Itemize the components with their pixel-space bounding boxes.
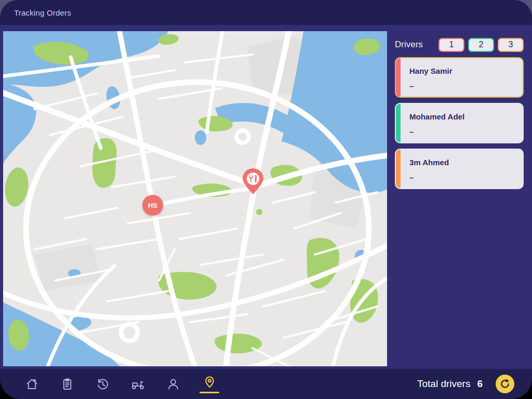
driver-status: – xyxy=(409,173,523,182)
refresh-button[interactable] xyxy=(496,375,514,393)
nav-tracking-button-active[interactable] xyxy=(198,372,221,396)
driver-filter-group: 1 2 3 xyxy=(438,38,524,52)
driver-name: Hany Samir xyxy=(409,66,523,75)
card-color-stripe xyxy=(396,58,401,97)
page-title: Tracking Orders xyxy=(14,8,71,17)
drivers-header-row: Drivers 1 2 3 xyxy=(395,37,524,52)
card-color-stripe xyxy=(396,104,401,142)
drivers-sidebar: Drivers 1 2 3 Hany Samir – Mohamed Adel … xyxy=(395,31,524,189)
total-drivers: Total drivers 6 xyxy=(417,369,483,399)
filter-button-1[interactable]: 1 xyxy=(438,38,464,52)
map-tiles xyxy=(3,31,387,366)
nav-home-button[interactable] xyxy=(20,372,43,396)
history-icon xyxy=(96,377,110,391)
driver-name: Mohamed Adel xyxy=(409,112,523,121)
map-canvas[interactable]: HS xyxy=(3,31,387,366)
driver-card-3m-ahmed[interactable]: 3m Ahmed – xyxy=(395,149,524,189)
nav-profile-button[interactable] xyxy=(162,372,184,396)
refresh-icon xyxy=(499,378,511,390)
tracking-pin-icon xyxy=(203,375,217,389)
nav-history-button[interactable] xyxy=(91,372,114,396)
filter-button-2[interactable]: 2 xyxy=(468,38,494,52)
nav-delivery-button[interactable] xyxy=(126,372,149,396)
total-drivers-count: 6 xyxy=(477,378,483,390)
driver-status: – xyxy=(409,82,523,90)
orders-clipboard-icon xyxy=(60,377,74,391)
home-icon xyxy=(25,377,39,391)
driver-status: – xyxy=(409,127,523,136)
driver-marker-hs[interactable]: HS xyxy=(142,195,163,216)
drivers-label: Drivers xyxy=(395,39,423,50)
nav-orders-button[interactable] xyxy=(56,372,78,396)
driver-name: 3m Ahmed xyxy=(409,158,523,167)
delivery-scooter-icon xyxy=(131,377,145,391)
app-root: Tracking Orders xyxy=(0,0,532,399)
app-header: Tracking Orders xyxy=(0,0,532,25)
driver-card-hany-samir[interactable]: Hany Samir – xyxy=(395,57,524,98)
profile-icon xyxy=(166,377,180,391)
restaurant-pin-marker[interactable] xyxy=(241,168,265,195)
card-color-stripe xyxy=(396,150,401,188)
total-drivers-label: Total drivers xyxy=(417,378,470,390)
active-tab-underline xyxy=(200,392,219,393)
filter-button-3[interactable]: 3 xyxy=(498,38,524,52)
driver-card-mohamed-adel[interactable]: Mohamed Adel – xyxy=(395,103,524,143)
